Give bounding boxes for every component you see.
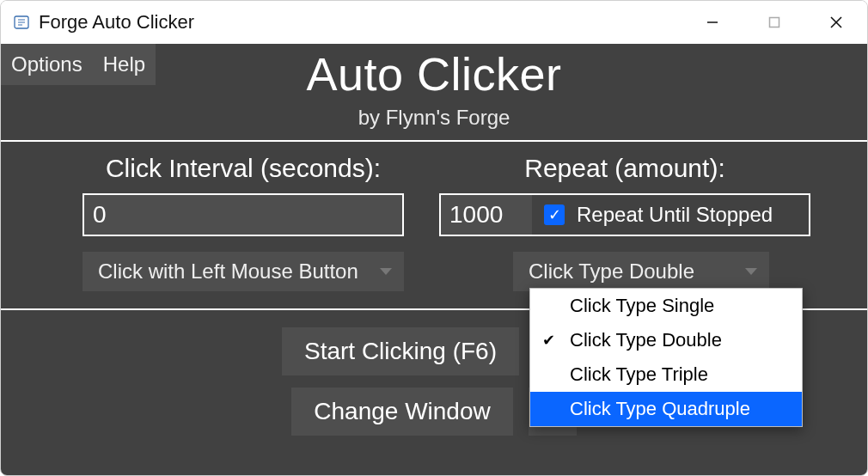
click-type-option-label: Click Type Triple xyxy=(570,363,708,386)
click-type-menu: Click Type Single✔Click Type DoubleClick… xyxy=(529,288,803,427)
app-icon xyxy=(13,14,30,31)
interval-column: Click Interval (seconds): Click with Lef… xyxy=(58,154,428,291)
click-type-option-label: Click Type Quadruple xyxy=(570,398,750,420)
mouse-button-dropdown[interactable]: Click with Left Mouse Button xyxy=(83,252,404,291)
click-type-dropdown-label: Click Type Double xyxy=(529,259,694,284)
repeat-until-stopped-label: Repeat Until Stopped xyxy=(577,203,773,227)
mouse-button-dropdown-label: Click with Left Mouse Button xyxy=(98,259,358,284)
chevron-down-icon xyxy=(745,268,757,275)
repeat-label: Repeat (amount): xyxy=(524,154,724,183)
change-window-button[interactable]: Change Window xyxy=(291,388,512,436)
menubar: Options Help xyxy=(1,44,156,85)
repeat-row: ✓ Repeat Until Stopped xyxy=(439,193,810,236)
app-byline: by Flynn's Forge xyxy=(1,106,867,130)
interval-label: Click Interval (seconds): xyxy=(106,154,381,183)
click-type-option-label: Click Type Single xyxy=(570,295,714,317)
chevron-down-icon xyxy=(380,268,392,275)
window-title: Forge Auto Clicker xyxy=(39,11,194,34)
menu-help[interactable]: Help xyxy=(93,44,156,85)
client-area: Options Help Auto Clicker by Flynn's For… xyxy=(1,44,867,476)
menu-options[interactable]: Options xyxy=(1,44,93,85)
repeat-until-stopped-checkbox[interactable]: ✓ xyxy=(544,204,565,225)
click-type-option[interactable]: Click Type Quadruple xyxy=(530,392,802,426)
repeat-input-wrap[interactable] xyxy=(441,195,532,235)
close-button[interactable] xyxy=(805,1,867,44)
settings-section: Click Interval (seconds): Click with Lef… xyxy=(1,142,867,308)
repeat-input[interactable] xyxy=(449,201,523,229)
repeat-column: Repeat (amount): ✓ Repeat Until Stopped … xyxy=(440,154,810,291)
click-type-option[interactable]: Click Type Single xyxy=(530,289,802,323)
interval-input-wrap[interactable] xyxy=(83,193,404,236)
titlebar: Forge Auto Clicker xyxy=(1,1,867,44)
check-icon: ✔ xyxy=(542,331,555,350)
click-type-option[interactable]: Click Type Triple xyxy=(530,357,802,392)
click-type-option-label: Click Type Double xyxy=(570,329,722,351)
start-button[interactable]: Start Clicking (F6) xyxy=(282,327,519,375)
click-type-dropdown[interactable]: Click Type Double xyxy=(513,252,769,291)
app-window: Forge Auto Clicker Options Help Auto Cli… xyxy=(0,0,868,476)
minimize-button[interactable] xyxy=(682,1,743,44)
svg-rect-5 xyxy=(770,18,779,27)
maximize-button[interactable] xyxy=(743,1,805,44)
interval-input[interactable] xyxy=(93,201,394,229)
click-type-option[interactable]: ✔Click Type Double xyxy=(530,323,802,357)
